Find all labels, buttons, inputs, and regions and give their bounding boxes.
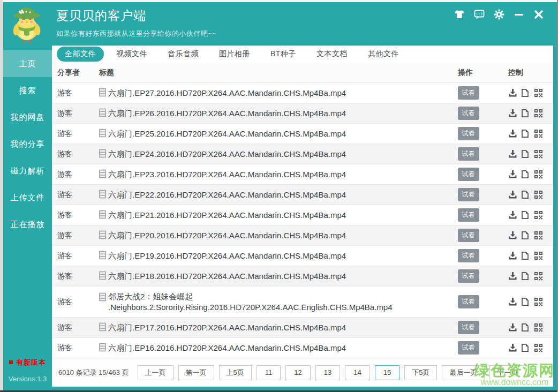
settings-gear-icon[interactable]: [494, 9, 504, 20]
copy-icon[interactable]: [521, 210, 530, 220]
page-button-5[interactable]: 13: [315, 365, 340, 380]
copy-icon[interactable]: [521, 272, 530, 281]
title-cell[interactable]: 邻居大战2：姐妹会崛起.Neighbors.2.Sorority.Rising.…: [99, 291, 448, 313]
title-cell[interactable]: 六扇门.EP21.2016.HD720P.X264.AAC.Mandarin.C…: [99, 210, 448, 221]
skin-tshirt-icon[interactable]: [454, 9, 465, 20]
title-cell[interactable]: 六扇门.EP18.2016.HD720P.X264.AAC.Mandarin.C…: [99, 271, 448, 282]
page-button-4[interactable]: 12: [285, 365, 310, 380]
page-button-7[interactable]: 15: [375, 365, 399, 380]
title-cell[interactable]: 六扇门.EP25.2016.HD720P.X264.AAC.Mandarin.C…: [99, 129, 448, 139]
download-icon[interactable]: [508, 190, 517, 199]
table-header: 分享者 标题 操作 控制: [52, 63, 553, 83]
title-cell[interactable]: 六扇门.EP27.2016.HD720P.X264.AAC.Mandarin.C…: [99, 88, 448, 99]
copy-icon[interactable]: [521, 88, 530, 97]
download-icon[interactable]: [508, 170, 517, 179]
preview-button[interactable]: 试看: [458, 107, 479, 120]
update-notice[interactable]: 有新版本: [3, 358, 52, 367]
preview-button[interactable]: 试看: [458, 188, 479, 201]
qrcode-icon[interactable]: [534, 109, 543, 118]
page-button-2[interactable]: 上5页: [219, 365, 252, 380]
minimize-icon[interactable]: [514, 9, 524, 20]
title-cell[interactable]: 六扇门.EP24.2016.HD720P.X264.AAC.Mandarin.C…: [99, 149, 448, 160]
tab-6[interactable]: 其他文件: [360, 47, 407, 62]
preview-button[interactable]: 试看: [458, 249, 479, 262]
tab-5[interactable]: 文本文档: [308, 47, 356, 62]
preview-button[interactable]: 试看: [458, 147, 479, 161]
copy-icon[interactable]: [521, 149, 530, 159]
page-button-1[interactable]: 第一页: [178, 365, 214, 380]
download-icon[interactable]: [508, 149, 517, 159]
qrcode-icon[interactable]: [534, 210, 543, 220]
title-cell[interactable]: 六扇门.EP17.2016.HD720P.X264.AAC.Mandarin.C…: [99, 322, 448, 333]
title-cell[interactable]: 六扇门.EP19.2016.HD720P.X264.AAC.Mandarin.C…: [99, 251, 448, 261]
sidebar-item-1[interactable]: 搜索: [3, 77, 52, 104]
qrcode-icon[interactable]: [534, 149, 543, 159]
tab-0[interactable]: 全部文件: [57, 47, 104, 62]
file-title: 六扇门.EP19.2016.HD720P.X264.AAC.Mandarin.C…: [108, 251, 346, 261]
preview-button[interactable]: 试看: [458, 86, 479, 100]
copy-icon[interactable]: [521, 190, 530, 199]
download-icon[interactable]: [508, 109, 517, 118]
download-icon[interactable]: [508, 343, 517, 352]
table-row: 游客 六扇门.EP27.2016.HD720P.X264.AAC.Mandari…: [52, 83, 553, 103]
preview-button[interactable]: 试看: [458, 127, 479, 140]
copy-icon[interactable]: [521, 231, 530, 240]
title-cell[interactable]: 六扇门.EP16.2016.HD720P.X264.AAC.Mandarin.C…: [99, 343, 448, 353]
tab-2[interactable]: 音乐音频: [160, 47, 207, 62]
copy-icon[interactable]: [521, 251, 530, 260]
page-button-0[interactable]: 上一页: [138, 365, 174, 380]
preview-button[interactable]: 试看: [458, 321, 479, 334]
copy-icon[interactable]: [521, 170, 530, 179]
sidebar-item-0[interactable]: 主页: [3, 50, 52, 77]
qrcode-icon[interactable]: [534, 231, 543, 240]
tab-1[interactable]: 视频文件: [108, 47, 155, 62]
download-icon[interactable]: [508, 323, 517, 332]
preview-button[interactable]: 试看: [458, 208, 479, 222]
preview-button[interactable]: 试看: [458, 229, 479, 242]
page-button-6[interactable]: 14: [345, 365, 370, 380]
preview-button[interactable]: 试看: [458, 269, 479, 283]
download-icon[interactable]: [508, 272, 517, 281]
tab-3[interactable]: 图片相册: [211, 47, 258, 62]
preview-button[interactable]: 试看: [458, 295, 479, 308]
copy-icon[interactable]: [521, 323, 530, 332]
qrcode-icon[interactable]: [534, 170, 543, 179]
film-file-icon: [99, 88, 107, 99]
title-cell[interactable]: 六扇门.EP26.2016.HD720P.X264.AAC.Mandarin.C…: [99, 108, 448, 119]
download-icon[interactable]: [508, 297, 517, 306]
title-cell[interactable]: 六扇门.EP20.2016.HD720P.X264.AAC.Mandarin.C…: [99, 230, 448, 241]
copy-icon[interactable]: [521, 129, 530, 138]
qrcode-icon[interactable]: [534, 343, 543, 352]
download-icon[interactable]: [508, 88, 517, 97]
page-button-3[interactable]: 11: [257, 365, 281, 380]
feedback-bubble-icon[interactable]: :-): [474, 9, 485, 20]
qrcode-icon[interactable]: [534, 272, 543, 281]
copy-icon[interactable]: [521, 109, 530, 118]
download-icon[interactable]: [508, 129, 517, 138]
title-cell[interactable]: 六扇门.EP23.2016.HD720P.X264.AAC.Mandarin.C…: [99, 169, 448, 180]
titlebar: 夏贝贝的客户端 如果你有好东西那就从这里分享给你的小伙伴吧~~ :-): [3, 2, 557, 46]
sidebar-item-2[interactable]: 我的网盘: [3, 104, 52, 131]
qrcode-icon[interactable]: [534, 129, 543, 138]
download-icon[interactable]: [508, 210, 517, 220]
sidebar-item-5[interactable]: 上传文件: [3, 184, 52, 211]
close-icon[interactable]: [533, 9, 544, 20]
title-cell[interactable]: 六扇门.EP22.2016.HD720P.X264.AAC.Mandarin.C…: [99, 190, 448, 200]
qrcode-icon[interactable]: [534, 251, 543, 260]
svg-text::-): :-): [476, 11, 483, 16]
preview-button[interactable]: 试看: [458, 168, 479, 181]
sidebar-item-4[interactable]: 磁力解析: [3, 157, 52, 184]
copy-icon[interactable]: [521, 297, 530, 306]
qrcode-icon[interactable]: [534, 323, 543, 332]
download-icon[interactable]: [508, 251, 517, 260]
qrcode-icon[interactable]: [534, 190, 543, 199]
sidebar-item-6[interactable]: 正在播放: [3, 211, 52, 238]
copy-icon[interactable]: [521, 343, 530, 352]
preview-button[interactable]: 试看: [458, 341, 479, 355]
download-icon[interactable]: [508, 231, 517, 240]
qrcode-icon[interactable]: [534, 297, 543, 306]
qrcode-icon[interactable]: [534, 88, 543, 97]
page-button-8[interactable]: 下5页: [404, 365, 437, 380]
sidebar-item-3[interactable]: 我的分享: [3, 131, 52, 157]
tab-4[interactable]: BT种子: [262, 47, 304, 62]
